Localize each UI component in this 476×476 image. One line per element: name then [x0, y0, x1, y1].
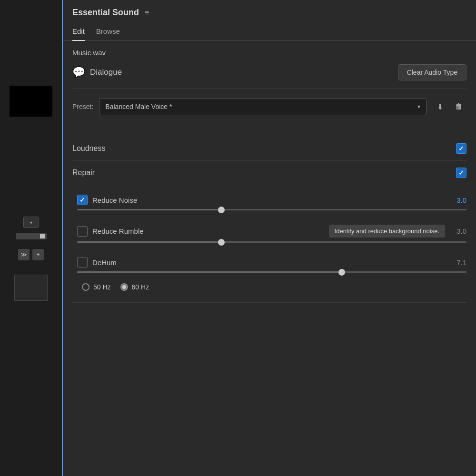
dropdown-btn[interactable]: ▾: [23, 217, 39, 228]
reduce-rumble-item: Reduce Rumble Identify and reduce backgr…: [72, 220, 466, 252]
checkmark-icon: ✓: [458, 145, 464, 152]
fast-forward-btn[interactable]: ≫: [18, 249, 30, 260]
radio-60hz-label: 60 Hz: [132, 283, 149, 291]
dialogue-row: 💬 Dialogue Clear Audio Type: [72, 64, 466, 89]
reduce-noise-header: ✓ Reduce Noise 3.0: [77, 195, 466, 205]
radio-50hz-outer: [82, 283, 89, 291]
reduce-noise-slider[interactable]: [77, 209, 466, 210]
reduce-rumble-checkbox[interactable]: [77, 226, 88, 237]
left-sidebar: ▾ ≫ +: [0, 0, 62, 476]
panel-content: Music.wav 💬 Dialogue Clear Audio Type Pr…: [63, 41, 476, 476]
frequency-radio-group: 50 Hz 60 Hz: [77, 279, 466, 295]
reduce-rumble-value: 3.0: [450, 227, 466, 235]
dehum-checkbox[interactable]: [77, 257, 88, 268]
loudness-checkbox[interactable]: ✓: [456, 143, 466, 154]
repair-label: Repair: [72, 169, 95, 177]
preset-select-wrapper: Balanced Male Voice * ▾: [99, 98, 426, 115]
download-preset-icon[interactable]: ⬇: [432, 99, 447, 114]
dehum-slider[interactable]: [77, 271, 466, 273]
dialogue-label: Dialogue: [90, 68, 122, 77]
thumbnail: [14, 275, 48, 301]
radio-50hz-label: 50 Hz: [93, 283, 111, 291]
reduce-rumble-label: Reduce Rumble: [92, 227, 324, 235]
dehum-label: DeHum: [92, 258, 445, 267]
hamburger-menu-icon[interactable]: ≡: [145, 9, 149, 17]
add-btn[interactable]: +: [32, 249, 44, 260]
loudness-section: Loudness ✓: [72, 137, 466, 161]
repair-checkbox[interactable]: ✓: [456, 168, 466, 178]
tab-bar: Edit Browse: [63, 23, 476, 41]
preset-value: Balanced Male Voice *: [105, 103, 172, 110]
clear-audio-type-button[interactable]: Clear Audio Type: [398, 64, 466, 80]
preset-dropdown[interactable]: Balanced Male Voice * ▾: [99, 98, 426, 115]
essential-sound-panel: Essential Sound ≡ Edit Browse Music.wav …: [62, 0, 476, 476]
preset-label: Preset:: [72, 103, 93, 110]
reduce-noise-item: ✓ Reduce Noise 3.0: [72, 190, 466, 220]
radio-50hz[interactable]: 50 Hz: [82, 283, 111, 291]
tab-browse[interactable]: Browse: [96, 23, 120, 41]
dialogue-icon: 💬: [72, 66, 85, 79]
panel-header: Essential Sound ≡: [63, 0, 476, 23]
delete-preset-icon[interactable]: 🗑: [451, 99, 466, 114]
preset-icons: ⬇ 🗑: [432, 99, 466, 114]
tab-edit[interactable]: Edit: [72, 23, 85, 41]
dehum-item: DeHum 7.1 50 Hz: [72, 252, 466, 298]
checkmark-icon: ✓: [79, 196, 85, 204]
checkmark-icon: ✓: [458, 169, 464, 177]
loudness-label: Loudness: [72, 144, 105, 153]
reduce-noise-checkbox[interactable]: ✓: [77, 195, 88, 205]
reduce-rumble-tooltip: Identify and reduce background noise.: [329, 225, 445, 238]
radio-60hz[interactable]: 60 Hz: [120, 283, 149, 291]
radio-60hz-outer: [120, 283, 128, 291]
radio-60hz-inner: [122, 285, 126, 289]
video-preview: [10, 86, 52, 117]
reduce-rumble-slider[interactable]: [77, 241, 466, 243]
preset-row: Preset: Balanced Male Voice * ▾ ⬇ 🗑: [72, 98, 466, 125]
reduce-rumble-header: Reduce Rumble Identify and reduce backgr…: [77, 225, 466, 238]
reduce-noise-value: 3.0: [450, 196, 466, 204]
repair-sub-items: ✓ Reduce Noise 3.0 Reduce Rumble Identif…: [72, 185, 466, 303]
reduce-noise-label: Reduce Noise: [92, 196, 445, 204]
panel-title: Essential Sound: [72, 8, 139, 18]
chevron-down-icon: ▾: [417, 103, 420, 110]
dehum-value: 7.1: [450, 258, 466, 267]
repair-section: Repair ✓: [72, 161, 466, 185]
dehum-header: DeHum 7.1: [77, 257, 466, 268]
file-name: Music.wav: [72, 49, 466, 57]
dialogue-left: 💬 Dialogue: [72, 66, 122, 79]
